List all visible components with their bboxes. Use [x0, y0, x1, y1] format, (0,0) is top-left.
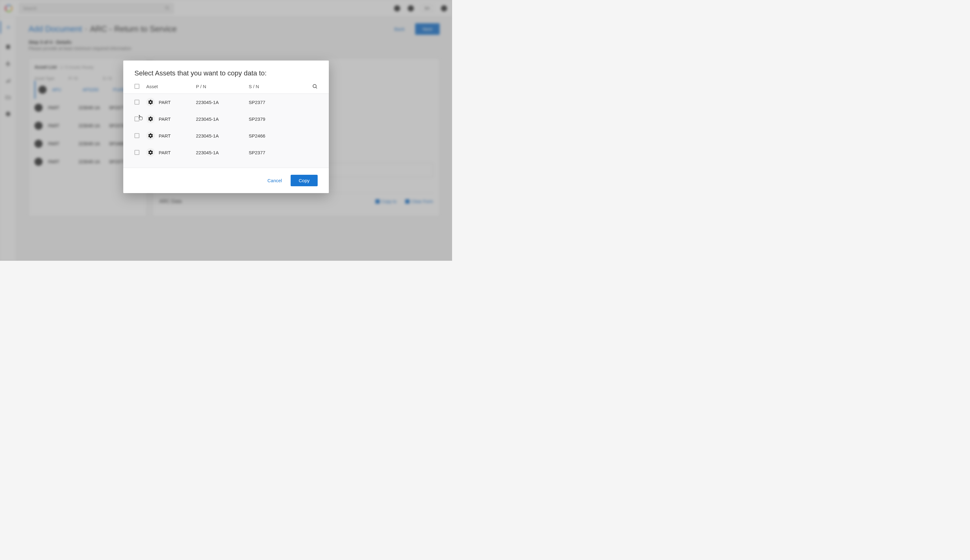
row-pn: 223045-1A	[196, 133, 249, 138]
row-pn: 223045-1A	[196, 117, 249, 122]
row-type: PART	[159, 100, 196, 105]
modal-asset-row[interactable]: PART223045-1ASP2377	[123, 94, 329, 110]
gear-icon	[146, 98, 155, 107]
modal-asset-row[interactable]: PART223045-1ASP2466	[123, 127, 329, 144]
row-sn: SP2377	[249, 100, 318, 105]
col-header-asset: Asset	[146, 84, 196, 89]
cancel-button[interactable]: Cancel	[267, 178, 282, 183]
copy-assets-modal: Select Assets that you want to copy data…	[123, 60, 329, 193]
svg-point-6	[313, 85, 317, 88]
row-sn: SP2379	[249, 117, 318, 122]
search-icon[interactable]	[312, 83, 318, 89]
row-checkbox[interactable]	[135, 117, 139, 122]
row-sn: SP2466	[249, 133, 318, 138]
row-type: PART	[159, 133, 196, 138]
row-checkbox[interactable]	[135, 133, 139, 138]
col-header-sn: S / N	[249, 84, 312, 89]
modal-footer: Cancel Copy	[123, 168, 329, 193]
copy-button[interactable]: Copy	[291, 175, 318, 186]
modal-title: Select Assets that you want to copy data…	[123, 60, 329, 83]
modal-asset-row[interactable]: PART223045-1ASP2377	[123, 144, 329, 161]
col-header-pn: P / N	[196, 84, 249, 89]
gear-icon	[146, 148, 155, 157]
modal-asset-row[interactable]: PART223045-1ASP2379	[123, 110, 329, 127]
gear-icon	[146, 131, 155, 140]
modal-overlay[interactable]: Select Assets that you want to copy data…	[0, 0, 452, 261]
row-pn: 223045-1A	[196, 150, 249, 155]
gear-icon	[146, 115, 155, 123]
row-type: PART	[159, 150, 196, 155]
select-all-checkbox[interactable]	[135, 84, 139, 89]
row-sn: SP2377	[249, 150, 318, 155]
row-type: PART	[159, 117, 196, 122]
modal-header-row: Asset P / N S / N	[123, 83, 329, 94]
row-pn: 223045-1A	[196, 100, 249, 105]
row-checkbox[interactable]	[135, 150, 139, 155]
svg-line-7	[316, 88, 317, 88]
row-checkbox[interactable]	[135, 100, 139, 105]
modal-body: PART223045-1ASP2377PART223045-1ASP2379PA…	[123, 94, 329, 168]
